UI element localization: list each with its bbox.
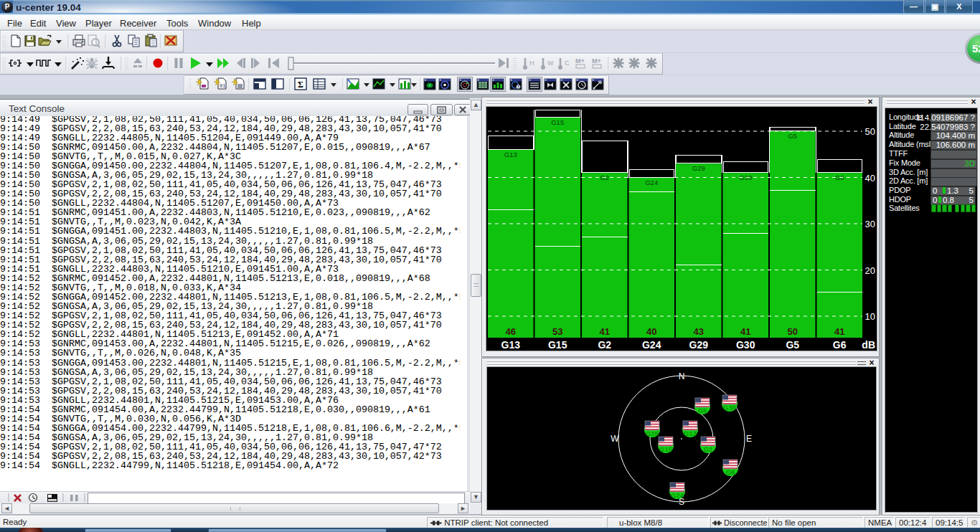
svg-text:43: 43 [694, 326, 704, 337]
svg-text:G5: G5 [698, 407, 707, 414]
svg-text:G24: G24 [645, 179, 658, 186]
svg-text:G29: G29 [646, 429, 659, 437]
svg-text:G30: G30 [723, 404, 736, 412]
svg-text:G13: G13 [684, 429, 697, 437]
svg-text:G29: G29 [692, 164, 705, 172]
svg-text:M+: M+ [575, 57, 585, 65]
svg-text:41: 41 [600, 326, 610, 337]
svg-text:dB: dB [862, 339, 875, 351]
svg-text:G30: G30 [736, 339, 755, 351]
svg-text:40: 40 [646, 326, 656, 337]
svg-text:50: 50 [865, 126, 875, 137]
svg-text:41: 41 [834, 326, 844, 337]
svg-text:10: 10 [865, 311, 875, 322]
svg-text:G13: G13 [504, 151, 517, 158]
svg-text:50: 50 [788, 326, 798, 337]
svg-text:30: 30 [865, 219, 875, 229]
svg-text:G13: G13 [501, 339, 521, 351]
svg-text:G2: G2 [704, 445, 713, 453]
svg-text:G15: G15 [551, 118, 564, 126]
svg-text:W: W [547, 60, 554, 67]
svg-text:G15: G15 [548, 339, 567, 351]
svg-text:C: C [565, 60, 570, 67]
svg-text:G5: G5 [786, 339, 799, 351]
svg-text:G6: G6 [726, 468, 735, 476]
svg-text:G29: G29 [689, 339, 709, 351]
svg-text:20: 20 [865, 265, 875, 276]
svg-text:H: H [529, 60, 534, 67]
svg-text:E: E [746, 434, 752, 444]
svg-text:46: 46 [506, 326, 516, 337]
svg-text:01: 01 [220, 83, 225, 89]
svg-text:N: N [679, 371, 685, 381]
svg-text:40: 40 [865, 173, 875, 184]
svg-text:G2: G2 [598, 339, 611, 351]
svg-text:M+: M+ [592, 57, 601, 65]
svg-text:Σ: Σ [298, 80, 303, 90]
svg-text:41: 41 [740, 326, 750, 337]
svg-text:G6: G6 [833, 339, 847, 351]
svg-text:G5: G5 [788, 132, 797, 140]
svg-text:G15: G15 [659, 445, 673, 453]
svg-text:G24: G24 [642, 339, 661, 351]
svg-text:53: 53 [552, 326, 562, 337]
svg-text:W: W [611, 434, 619, 444]
svg-text:G24: G24 [671, 491, 684, 499]
